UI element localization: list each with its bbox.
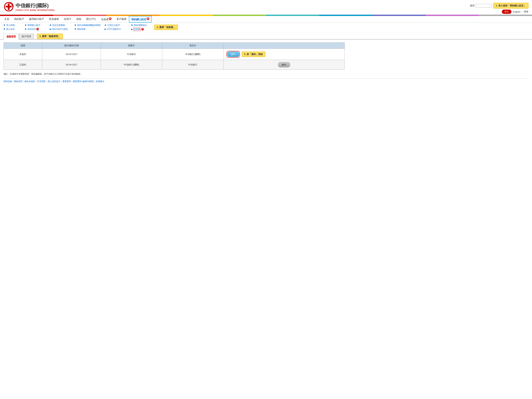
nav-settings[interactable]: 我的網上設定新	[129, 16, 152, 23]
sub-citic-pay[interactable]: ▶ CITIC流動支付	[105, 28, 128, 31]
logo-area: 中信銀行(國际) CHINA CITIC BANK INTERNATIONAL	[4, 2, 55, 11]
sub-xingangtong[interactable]: ▶ 信港通新	[131, 28, 152, 31]
col-query: 查詢方	[162, 42, 224, 49]
callout-2-bubble: 2. 選擇「信港通」	[154, 25, 178, 30]
query-2: 中信銀行	[162, 60, 224, 70]
color-bar	[0, 15, 532, 16]
col-status: 狀態	[4, 42, 42, 49]
nav-insurance[interactable]: 保險	[74, 16, 84, 22]
table-row: 未簽約 18-04-2017 中信銀行 中信銀行(國際) 簽約 4. 按「簽約」…	[4, 49, 345, 60]
service-table: 狀態 簽約/解約日期 授權方 查詢方 未簽約 18-04-2017 中信銀行 中…	[4, 42, 345, 70]
status-unsigned: 未簽約	[4, 49, 42, 60]
col-action	[223, 42, 345, 49]
footer-disclaimer-provider[interactable]: 重要聲明 (服務供應商)	[73, 80, 94, 83]
nav-home[interactable]: 主頁	[2, 16, 12, 22]
unsign-button[interactable]: 解約	[278, 62, 290, 67]
logo-cn: 中信銀行(國际)	[16, 2, 55, 9]
table-row: 已簽約 18-04-2017 中信銀行(國際) 中信銀行 解約	[4, 60, 345, 70]
sub-wechat[interactable]: ▶ WeChat戶口綁定	[50, 28, 71, 31]
sub-security[interactable]: ▶ 保安設定新	[25, 28, 46, 31]
logout-button[interactable]: 登出	[502, 10, 511, 14]
sub-col-3: ▶ 設定交易限額 ▶ WeChat戶口綁定	[50, 24, 71, 31]
authorizer-2: 中信銀行(國際)	[101, 60, 162, 70]
date-2: 18-04-2017	[42, 60, 101, 70]
sign-btn-highlight: 簽約	[227, 51, 240, 58]
col-authorizer: 授權方	[101, 42, 162, 49]
sub-col-5: ▶ 已登記之賬戶 ▶ CITIC流動支付	[105, 24, 128, 31]
settings-badge: 新	[147, 17, 149, 20]
nav-manage[interactable]: 處理銀行賬戶	[27, 16, 46, 22]
main-nav: 主頁 我的賬戶 處理銀行賬戶 投資服務 信用卡 保險 開立戶口 信港通新 客戶服…	[0, 16, 532, 23]
nav-invest[interactable]: 投資服務	[46, 16, 61, 22]
action-cell-1: 簽約 4. 按「簽約」按鈕	[223, 49, 345, 60]
sub-col-4: ▶ 海外自動櫃員機提款限額 ▶ 指紋查賬	[75, 24, 101, 31]
tab-area: 服務管理 賬戶管理 3. 選擇「服務管理」	[0, 32, 532, 39]
sub-overseas[interactable]: ▶ 海外自動櫃員機提款限額	[75, 24, 101, 27]
query-1: 中信銀行(國際)	[162, 49, 224, 60]
nav-service[interactable]: 客戶服務	[114, 16, 129, 22]
lang-logout-row: 登出 English | 簡体	[502, 10, 528, 14]
tab-service-mgmt[interactable]: 服務管理	[4, 34, 19, 39]
lang-simplified[interactable]: 簡体	[524, 10, 528, 13]
footer-faq[interactable]: 常見問題	[37, 80, 45, 83]
callout-1-bubble: 1. 登入後按「我的網上設定」	[493, 3, 528, 8]
shortcut-row: 捷徑	[470, 4, 492, 7]
status-signed: 已簽約	[4, 60, 42, 70]
footer-contact[interactable]: 聯絡我們	[14, 80, 23, 83]
sub-nav: ▶ 登入密碼 ▶ 個人設定 ▶ 選擇網上賬戶 ▶ 保安設定新 ▶ 設定交易限額 …	[0, 23, 532, 32]
footer-disclaimer[interactable]: 重要聲明	[63, 80, 71, 83]
callout-3-bubble: 3. 選擇「服務管理」	[37, 34, 63, 39]
sub-limit[interactable]: ▶ 設定交易限額	[50, 24, 71, 27]
footer-guide[interactable]: 網頁指南	[4, 80, 12, 83]
note: 備註：於過程中你需要使用「保安編碼器」及中信銀行之USBKEY以進行身份驗證。	[4, 73, 528, 76]
footer-privacy[interactable]: 私隱條文	[96, 80, 104, 83]
shortcut-label: 捷徑	[470, 4, 475, 7]
sign-callout-area: 簽約 4. 按「簽約」按鈕	[227, 51, 342, 58]
nav-open[interactable]: 開立戶口	[84, 16, 99, 22]
shortcut-callout-row: 捷徑 1. 登入後按「我的網上設定」	[470, 3, 528, 8]
logo-icon	[4, 2, 14, 11]
footer-security[interactable]: 網上保安提示	[48, 80, 60, 83]
date-1: 18-04-2017	[42, 49, 101, 60]
sub-col-6: ▶ 更改電郵地址 ▶ 信港通新	[131, 24, 152, 31]
header: 中信銀行(國际) CHINA CITIC BANK INTERNATIONAL …	[0, 0, 532, 15]
table-container: 狀態 簽約/解約日期 授權方 查詢方 未簽約 18-04-2017 中信銀行 中…	[4, 42, 528, 70]
sub-fingerprint[interactable]: ▶ 指紋查賬	[75, 28, 101, 31]
sign-button[interactable]: 簽約	[227, 52, 239, 57]
footer-links: 網頁指南 | 聯絡我們 | 條款及細則 | 常見問題 | 網上保安提示 | 重要…	[4, 78, 528, 83]
nav-xingangtong[interactable]: 信港通新	[99, 16, 114, 23]
shortcut-input[interactable]	[476, 4, 492, 7]
nav-accounts[interactable]: 我的賬戶	[12, 16, 27, 22]
footer-terms[interactable]: 條款及細則	[25, 80, 35, 83]
sub-registered[interactable]: ▶ 已登記之賬戶	[105, 24, 128, 27]
logo-en: CHINA CITIC BANK INTERNATIONAL	[16, 9, 55, 11]
nav-credit[interactable]: 信用卡	[61, 16, 74, 22]
col-date: 簽約/解約日期	[42, 42, 101, 49]
header-top-right: 捷徑 1. 登入後按「我的網上設定」 登出 English | 簡体	[470, 3, 528, 14]
lang-english[interactable]: English	[513, 11, 520, 13]
tab-account-mgmt[interactable]: 賬戶管理	[19, 34, 34, 39]
action-cell-2: 解約	[223, 60, 345, 70]
logo-text-block: 中信銀行(國际) CHINA CITIC BANK INTERNATIONAL	[16, 2, 55, 11]
authorizer-1: 中信銀行	[101, 49, 162, 60]
sub-col-1: ▶ 登入密碼 ▶ 個人設定	[4, 24, 21, 31]
sub-select-account[interactable]: ▶ 選擇網上賬戶	[25, 24, 46, 27]
sub-personal[interactable]: ▶ 個人設定	[4, 28, 21, 31]
lang-sep: |	[522, 11, 522, 13]
sub-login-pwd[interactable]: ▶ 登入密碼	[4, 24, 21, 27]
xingangtong-badge: 新	[109, 17, 112, 20]
sub-col-2: ▶ 選擇網上賬戶 ▶ 保安設定新	[25, 24, 46, 31]
sub-email[interactable]: ▶ 更改電郵地址	[131, 24, 152, 27]
callout-4-bubble: 4. 按「簽約」按鈕	[242, 52, 265, 57]
svg-rect-2	[6, 6, 12, 7]
